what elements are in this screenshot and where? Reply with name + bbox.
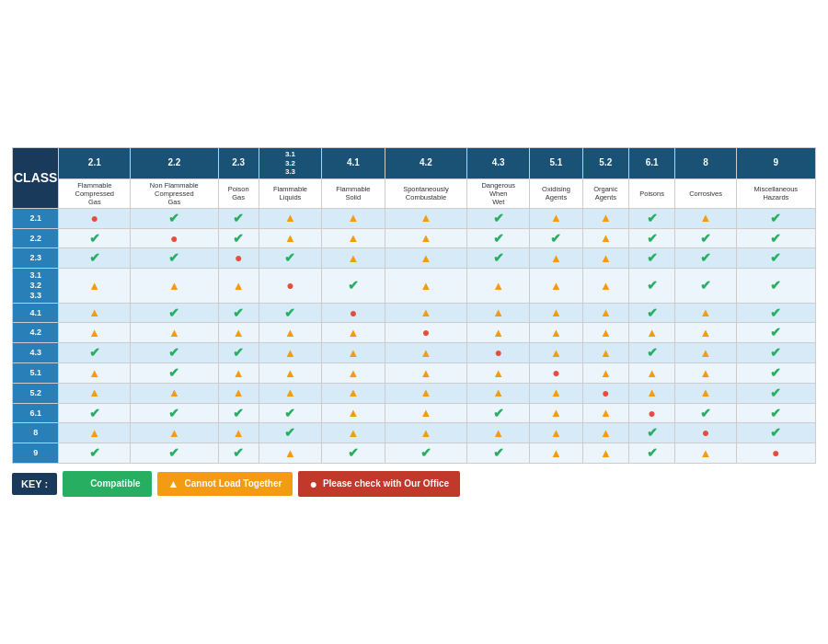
table-cell: ▲ — [385, 208, 467, 228]
desc-6.1: Poisons — [628, 178, 675, 208]
key-check-office-label: Please check with Our Office — [323, 478, 449, 489]
table-cell: ✔ — [259, 403, 321, 423]
col-header-8: 8 — [675, 148, 736, 179]
table-cell: ▲ — [385, 269, 467, 303]
table-cell: ● — [131, 228, 218, 248]
table-cell: ▲ — [675, 208, 736, 228]
col-header-6.1: 6.1 — [628, 148, 675, 179]
table-cell: ▲ — [467, 269, 530, 303]
table-cell: ● — [582, 383, 628, 403]
table-cell: ● — [218, 248, 259, 269]
table-row: 2.1●✔✔▲▲▲✔▲▲✔▲✔ — [13, 208, 816, 228]
desc-8: Corrosives — [675, 178, 736, 208]
table-cell: ▲ — [530, 443, 583, 464]
key-compatible-label: Compatible — [90, 478, 140, 489]
table-cell: ▲ — [131, 423, 218, 443]
table-cell: ✔ — [467, 403, 530, 423]
table-cell: ▲ — [530, 423, 583, 443]
table-cell: ▲ — [582, 362, 628, 383]
table-cell: ▲ — [322, 228, 385, 248]
table-cell: ✔ — [675, 403, 736, 423]
table-cell: ✔ — [736, 362, 815, 383]
desc-2.3: PoisonGas — [218, 178, 259, 208]
table-cell: ▲ — [582, 423, 628, 443]
table-cell: ▲ — [59, 303, 131, 323]
table-cell: ✔ — [628, 303, 675, 323]
table-cell: ✔ — [218, 228, 259, 248]
table-cell: ▲ — [628, 323, 675, 343]
table-cell: ▲ — [259, 383, 321, 403]
table-cell: ● — [467, 343, 530, 363]
table-cell: ▲ — [582, 403, 628, 423]
table-cell: ✔ — [218, 208, 259, 228]
table-cell: ● — [385, 323, 467, 343]
table-cell: ✔ — [736, 343, 815, 363]
table-cell: ✔ — [675, 269, 736, 303]
table-cell: ✔ — [467, 443, 530, 464]
table-cell: ✔ — [467, 228, 530, 248]
table-cell: ✔ — [736, 228, 815, 248]
table-cell: ✔ — [628, 343, 675, 363]
row-label-10: 8 — [13, 423, 59, 443]
table-cell: ▲ — [675, 443, 736, 464]
table-cell: ▲ — [530, 269, 583, 303]
table-cell: ▲ — [582, 208, 628, 228]
table-cell: ✔ — [385, 443, 467, 464]
class-header: CLASS — [13, 148, 59, 209]
key-label: KEY : — [12, 473, 57, 495]
row-label-5: 4.2 — [13, 323, 59, 343]
table-cell: ✔ — [530, 228, 583, 248]
table-cell: ● — [736, 443, 815, 464]
table-cell: ✔ — [628, 208, 675, 228]
row-label-8: 5.2 — [13, 383, 59, 403]
check-icon: ✔ — [74, 477, 85, 491]
table-cell: ✔ — [736, 323, 815, 343]
table-cell: ✔ — [628, 443, 675, 464]
table-cell: ✔ — [736, 248, 815, 269]
table-cell: ▲ — [530, 248, 583, 269]
table-cell: ✔ — [736, 423, 815, 443]
table-cell: ✔ — [259, 303, 321, 323]
page-wrapper: CLASS 2.1 2.2 2.3 3.13.23.3 4.1 4.2 4.3 … — [5, 140, 823, 504]
row-label-3: 3.1 3.2 3.3 — [13, 269, 59, 303]
table-row: 2.3✔✔●✔▲▲✔▲▲✔✔✔ — [13, 248, 816, 269]
table-cell: ▲ — [467, 423, 530, 443]
table-cell: ● — [59, 208, 131, 228]
col-header-2.1: 2.1 — [59, 148, 131, 179]
table-cell: ▲ — [385, 248, 467, 269]
row-label-4: 4.1 — [13, 303, 59, 323]
table-cell: ▲ — [131, 323, 218, 343]
table-cell: ✔ — [259, 423, 321, 443]
table-cell: ✔ — [322, 269, 385, 303]
table-cell: ✔ — [467, 208, 530, 228]
col-header-5.2: 5.2 — [582, 148, 628, 179]
table-row: 2.2✔●✔▲▲▲✔✔▲✔✔✔ — [13, 228, 816, 248]
table-row: 3.1 3.2 3.3▲▲▲●✔▲▲▲▲✔✔✔ — [13, 269, 816, 303]
key-cannot-load: ▲ Cannot Load Together — [157, 472, 293, 496]
table-cell: ✔ — [628, 248, 675, 269]
table-cell: ✔ — [59, 403, 131, 423]
circle-icon: ● — [309, 477, 316, 491]
table-cell: ✔ — [736, 269, 815, 303]
table-cell: ▲ — [322, 343, 385, 363]
table-cell: ● — [259, 269, 321, 303]
table-cell: ▲ — [385, 228, 467, 248]
table-cell: ▲ — [259, 343, 321, 363]
table-cell: ▲ — [322, 323, 385, 343]
table-cell: ▲ — [385, 423, 467, 443]
table-cell: ▲ — [467, 303, 530, 323]
table-cell: ✔ — [131, 208, 218, 228]
table-cell: ▲ — [259, 443, 321, 464]
table-cell: ✔ — [59, 228, 131, 248]
table-cell: ▲ — [131, 383, 218, 403]
table-cell: ✔ — [736, 403, 815, 423]
table-cell: ▲ — [385, 383, 467, 403]
table-cell: ▲ — [259, 362, 321, 383]
table-cell: ● — [675, 423, 736, 443]
table-cell: ▲ — [259, 208, 321, 228]
table-cell: ▲ — [322, 248, 385, 269]
row-label-2: 2.3 — [13, 248, 59, 269]
table-cell: ✔ — [131, 303, 218, 323]
table-cell: ▲ — [59, 383, 131, 403]
table-row: 6.1✔✔✔✔▲▲✔▲▲●✔✔ — [13, 403, 816, 423]
